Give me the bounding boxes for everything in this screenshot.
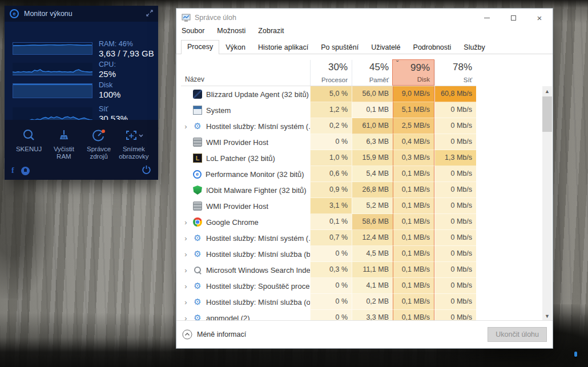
wmi-icon xyxy=(193,138,202,147)
menu-file[interactable]: Soubor xyxy=(182,27,204,39)
process-name-cell: ›⚙Hostitel služby: Spouštěč proce... xyxy=(181,278,310,294)
maximize-button[interactable] xyxy=(500,9,526,27)
process-name-cell: ›Microsoft Windows Search Inde... xyxy=(181,262,310,278)
process-name: Blizzard Update Agent (32 bitů) xyxy=(206,90,309,99)
process-row[interactable]: ›⚙Hostitel služby: Místní systém (...0,7… xyxy=(181,230,476,246)
wmi-icon xyxy=(193,201,202,211)
process-name: Hostitel služby: Místní systém (... xyxy=(206,122,310,131)
memory-cell: 6,3 MB xyxy=(352,134,393,150)
network-cell: 0 Mb/s xyxy=(434,198,476,214)
less-info-label[interactable]: Méně informací xyxy=(197,330,246,338)
facebook-icon[interactable]: f xyxy=(11,166,14,175)
lol-icon: L xyxy=(193,154,202,163)
less-info-icon[interactable] xyxy=(182,329,192,340)
process-row[interactable]: ›Google Chrome0,1 %58,6 MB0,1 MB/s0 Mb/s xyxy=(181,214,476,230)
process-name-cell: ›⚙Hostitel služby: Místní systém (... xyxy=(181,118,310,134)
memory-cell: 5,2 MB xyxy=(352,198,393,214)
process-row[interactable]: ›⚙appmodel (2)0 %3,3 MB0,1 MB/s0 Mb/s xyxy=(181,310,476,321)
scroll-up-icon[interactable]: ▲ xyxy=(542,86,552,96)
minimize-button[interactable] xyxy=(474,9,500,27)
process-row[interactable]: ›Microsoft Windows Search Inde...0,3 %11… xyxy=(181,262,476,278)
expand-chevron-icon[interactable]: › xyxy=(181,218,191,227)
network-cell: 0 Mb/s xyxy=(434,310,476,321)
disk-cell: 0,1 MB/s xyxy=(393,310,434,321)
table-header: Název 30% Procesor 45% Paměť ˇ 99% Disk … xyxy=(181,60,476,86)
cpu-cell: 0,9 % xyxy=(310,182,352,198)
cpu-cell: 3,1 % xyxy=(310,198,352,214)
broom-icon xyxy=(46,128,81,143)
process-name: Hostitel služby: Spouštěč proce... xyxy=(206,282,310,291)
tab-startup[interactable]: Po spuštění xyxy=(315,41,365,54)
cpu-cell: 1,2 % xyxy=(310,102,352,118)
expand-chevron-icon[interactable]: › xyxy=(181,122,191,131)
network-cell: 0 Mb/s xyxy=(434,134,476,150)
expand-chevron-icon[interactable]: › xyxy=(181,234,191,243)
tab-processes[interactable]: Procesy xyxy=(181,40,219,54)
tab-performance[interactable]: Výkon xyxy=(219,41,252,54)
disk-cell: 0,4 MB/s xyxy=(393,134,434,150)
process-name-cell: WMI Provider Host xyxy=(181,134,310,150)
end-task-button[interactable]: Ukončit úlohu xyxy=(488,327,547,342)
scroll-down-icon[interactable]: ▼ xyxy=(542,311,552,321)
process-row[interactable]: ›⚙Hostitel služby: Místní služba (b...0 … xyxy=(181,246,476,262)
gear-icon: ⚙ xyxy=(193,122,202,131)
cpu-cell: 0,3 % xyxy=(310,262,352,278)
process-row[interactable]: ›⚙Hostitel služby: Místní služba (o...0 … xyxy=(181,294,476,310)
process-row[interactable]: WMI Provider Host0 %6,3 MB0,4 MB/s0 Mb/s xyxy=(181,134,476,150)
cpu-cell: 0 % xyxy=(310,310,352,321)
network-cell: 1,3 Mb/s xyxy=(434,150,476,166)
network-cell: 0 Mb/s xyxy=(434,294,476,310)
process-name: Hostitel služby: Místní služba (b... xyxy=(206,250,310,259)
process-name-cell: Blizzard Update Agent (32 bitů) xyxy=(181,86,310,102)
network-cell: 0 Mb/s xyxy=(434,166,476,182)
close-button[interactable]: × xyxy=(526,9,553,27)
cpu-cell: 5,0 % xyxy=(310,86,352,102)
tab-users[interactable]: Uživatelé xyxy=(365,41,406,54)
column-header-disk[interactable]: ˇ 99% Disk xyxy=(392,59,434,86)
disk-cell: 9,0 MB/s xyxy=(393,86,434,102)
expand-chevron-icon[interactable]: › xyxy=(181,298,191,306)
process-row[interactable]: ›⚙Hostitel služby: Spouštěč proce...0 %4… xyxy=(181,278,476,294)
collapse-widget-icon[interactable] xyxy=(146,9,153,19)
process-row[interactable]: LLoL Patcher (32 bitů)1,0 %15,9 MB0,3 MB… xyxy=(181,150,476,166)
process-row[interactable]: Blizzard Update Agent (32 bitů)5,0 %56,0… xyxy=(181,86,476,102)
tab-services[interactable]: Služby xyxy=(457,41,492,54)
expand-chevron-icon[interactable]: › xyxy=(181,250,191,259)
vertical-scrollbar[interactable]: ▲ ▼ xyxy=(542,86,552,321)
task-manager-window: Správce úloh × Soubor Možnosti Zobrazit … xyxy=(176,8,553,349)
expand-chevron-icon[interactable]: › xyxy=(181,282,191,291)
menu-view[interactable]: Zobrazit xyxy=(258,27,284,39)
expand-chevron-icon[interactable]: › xyxy=(181,266,191,275)
search-icon xyxy=(193,265,202,275)
cpu-cell: 0,2 % xyxy=(310,118,352,134)
process-name-cell: WMI Provider Host xyxy=(181,198,310,214)
tab-app-history[interactable]: Historie aplikací xyxy=(252,41,315,54)
cpu-cell: 0 % xyxy=(310,294,352,310)
scrollbar-thumb[interactable] xyxy=(542,96,552,132)
memory-cell: 4,1 MB xyxy=(352,278,393,294)
clean-ram-label: Vyčistit RAM xyxy=(46,146,81,160)
memory-cell: 11,1 MB xyxy=(352,262,393,278)
process-row[interactable]: IObit Malware Fighter (32 bitů)0,9 %26,8… xyxy=(181,182,476,198)
column-header-cpu[interactable]: 30% Procesor xyxy=(310,60,352,86)
chrome-icon xyxy=(193,217,202,227)
process-name: Microsoft Windows Search Inde... xyxy=(206,266,310,275)
task-manager-app-icon xyxy=(182,14,191,22)
process-name: Hostitel služby: Místní služba (o... xyxy=(206,298,310,306)
process-row[interactable]: ePerformance Monitor (32 bitů)0,6 %5,4 M… xyxy=(181,166,476,182)
titlebar[interactable]: Správce úloh × xyxy=(176,9,553,27)
iobit-logo-icon: e xyxy=(10,9,19,18)
process-row[interactable]: System1,2 %0,1 MB5,1 MB/s0 Mb/s xyxy=(181,102,476,118)
community-icon[interactable] xyxy=(21,167,30,175)
power-icon[interactable] xyxy=(142,165,151,177)
menu-options[interactable]: Možnosti xyxy=(217,27,245,39)
column-header-network[interactable]: 78% Síť xyxy=(434,60,476,86)
column-header-memory[interactable]: 45% Paměť xyxy=(352,60,393,86)
process-row[interactable]: WMI Provider Host3,1 %5,2 MB0,1 MB/s0 Mb… xyxy=(181,198,476,214)
process-name: Performance Monitor (32 bitů) xyxy=(206,170,304,179)
disk-label: Disk xyxy=(99,81,112,89)
process-row[interactable]: ›⚙Hostitel služby: Místní systém (...0,2… xyxy=(181,118,476,134)
column-header-name[interactable]: Název xyxy=(181,60,310,86)
disk-cell: 0,1 MB/s xyxy=(393,230,434,246)
tab-details[interactable]: Podrobnosti xyxy=(407,41,458,54)
